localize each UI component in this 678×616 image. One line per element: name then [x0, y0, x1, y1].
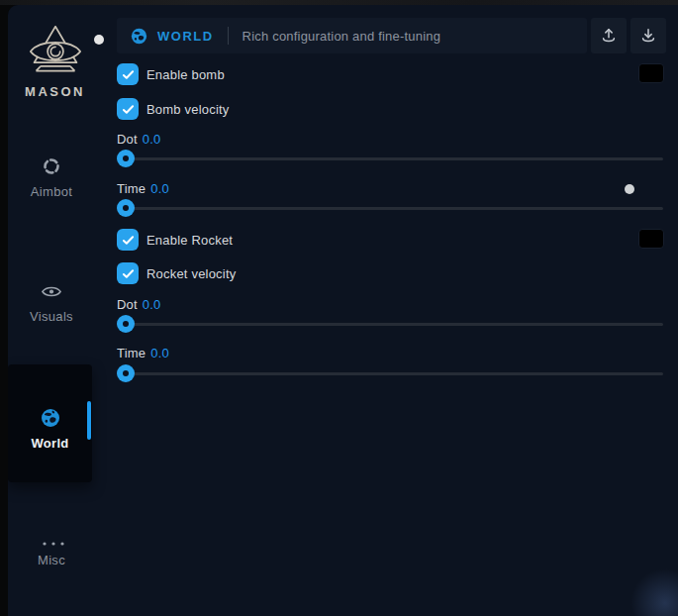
slider-handle[interactable] — [117, 364, 135, 382]
eye-icon — [42, 281, 61, 301]
checkbox-enable-bomb[interactable] — [117, 63, 139, 85]
slider-label-rocket-time: Time0.0 — [117, 346, 169, 360]
toggle-row-rocket-velocity: Rocket velocity — [117, 262, 236, 284]
toggle-label: Enable Rocket — [146, 233, 233, 248]
corner-glow — [630, 568, 678, 616]
toggle-row-enable-rocket: Enable Rocket — [117, 229, 233, 251]
slider-track[interactable] — [117, 323, 663, 326]
page-subtitle: Rich configuration and fine-tuning — [242, 29, 440, 44]
page-header: WORLD Rich configuration and fine-tuning — [117, 18, 587, 53]
toggle-row-enable-bomb: Enable bomb — [117, 63, 225, 85]
check-icon — [122, 268, 135, 279]
slider-bomb-time[interactable] — [117, 199, 663, 217]
slider-handle[interactable] — [117, 315, 135, 333]
sidebar-item-misc[interactable]: Misc — [8, 533, 95, 567]
brand-name: MASON — [8, 84, 102, 99]
color-swatch-bomb[interactable] — [638, 63, 664, 83]
upload-icon — [600, 27, 618, 45]
checkbox-enable-rocket[interactable] — [117, 229, 139, 251]
header-divider — [228, 27, 229, 45]
app-window: MASON Aimbot Visuals — [8, 5, 678, 616]
sidebar-item-label: Visuals — [8, 309, 95, 324]
desktop: { "brand": { "name": "MASON" }, "sidebar… — [0, 0, 678, 616]
sidebar-item-visuals[interactable]: Visuals — [8, 281, 95, 324]
toggle-label: Enable bomb — [146, 67, 225, 82]
toggle-row-bomb-velocity: Bomb velocity — [117, 98, 230, 120]
slider-value: 0.0 — [143, 132, 161, 147]
toggle-label: Bomb velocity — [146, 102, 230, 117]
slider-track[interactable] — [117, 157, 663, 160]
active-tab-indicator — [87, 401, 91, 440]
slider-track[interactable] — [117, 372, 663, 375]
slider-handle[interactable] — [117, 199, 135, 217]
slider-handle[interactable] — [117, 150, 135, 167]
checkbox-rocket-velocity[interactable] — [117, 262, 139, 284]
color-swatch-rocket[interactable] — [638, 229, 664, 249]
sidebar-item-label: Aimbot — [8, 184, 95, 199]
mason-logo-icon — [28, 23, 83, 80]
slider-value: 0.0 — [143, 297, 161, 312]
sidebar-item-world[interactable]: World — [8, 364, 92, 482]
slider-rocket-time[interactable] — [117, 364, 663, 382]
import-config-button[interactable] — [630, 18, 666, 53]
download-icon — [639, 27, 657, 45]
slider-label-bomb-dot: Dot0.0 — [117, 132, 161, 147]
check-icon — [122, 235, 135, 246]
check-icon — [122, 104, 135, 115]
sidebar-item-label: Misc — [8, 553, 95, 567]
slider-value: 0.0 — [150, 181, 169, 196]
export-config-button[interactable] — [591, 18, 627, 53]
slider-value: 0.0 — [150, 346, 169, 360]
page-title: WORLD — [157, 29, 214, 44]
sidebar-item-label: World — [8, 436, 92, 451]
cursor-dot — [625, 184, 634, 194]
crosshair-icon — [42, 156, 61, 176]
sidebar: MASON Aimbot Visuals — [8, 5, 102, 616]
globe-icon — [41, 408, 60, 428]
slider-label-bomb-time: Time0.0 — [117, 181, 169, 196]
slider-rocket-dot[interactable] — [117, 315, 663, 333]
cursor-dot — [94, 35, 104, 45]
slider-label-rocket-dot: Dot0.0 — [117, 297, 161, 312]
check-icon — [122, 69, 135, 80]
checkbox-bomb-velocity[interactable] — [117, 98, 139, 120]
slider-bomb-dot[interactable] — [117, 150, 663, 167]
toggle-label: Rocket velocity — [146, 266, 236, 281]
globe-icon — [131, 28, 147, 45]
slider-track[interactable] — [117, 207, 663, 210]
sidebar-item-aimbot[interactable]: Aimbot — [8, 156, 95, 199]
ellipsis-icon — [42, 533, 61, 545]
